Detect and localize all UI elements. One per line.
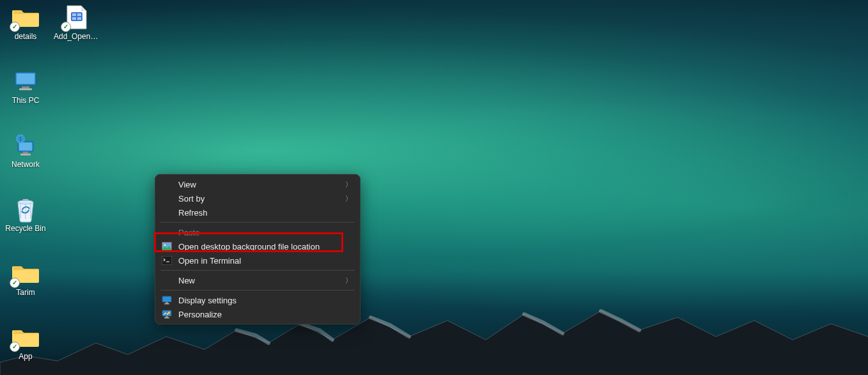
context-item-label: Open in Terminal [178, 256, 352, 266]
sync-badge-icon [61, 22, 71, 32]
desktop-wallpaper[interactable] [0, 0, 868, 375]
context-item-sort-by[interactable]: Sort by 〉 [155, 191, 360, 205]
context-item-view[interactable]: View 〉 [155, 177, 360, 191]
context-item-open-terminal[interactable]: Open in Terminal [155, 253, 360, 267]
desktop-icon-this-pc[interactable]: This PC [1, 65, 50, 118]
display-icon [160, 294, 173, 307]
personalize-icon [160, 308, 173, 321]
terminal-icon [160, 254, 173, 267]
desktop-icon-label: Tarim [16, 288, 35, 297]
svg-rect-20 [166, 302, 168, 303]
svg-rect-24 [164, 317, 169, 319]
context-item-refresh[interactable]: Refresh [155, 205, 360, 219]
desktop-icon-label: This PC [12, 96, 40, 105]
desktop-context-menu: View 〉 Sort by 〉 Refresh Paste Open desk… [155, 174, 360, 324]
desktop-icons-area: details Add_Open_... [0, 0, 104, 374]
svg-rect-19 [162, 296, 171, 302]
svg-rect-10 [19, 143, 32, 150]
svg-point-17 [164, 244, 166, 246]
svg-rect-7 [22, 86, 29, 88]
chevron-right-icon: 〉 [345, 194, 352, 203]
context-item-label: Personalize [178, 310, 352, 319]
recycle-bin-icon [14, 196, 37, 223]
pc-icon [13, 70, 38, 93]
context-item-display-settings[interactable]: Display settings [155, 293, 360, 307]
desktop-icon-recycle-bin[interactable]: Recycle Bin [1, 193, 50, 246]
svg-rect-1 [72, 13, 76, 16]
svg-rect-6 [17, 74, 35, 84]
svg-rect-8 [19, 88, 32, 90]
svg-rect-12 [20, 154, 31, 156]
svg-rect-11 [23, 152, 28, 154]
context-item-label: Display settings [178, 296, 352, 305]
desktop-icon-label: Network [12, 160, 40, 169]
svg-rect-18 [162, 256, 172, 265]
desktop-icon-details[interactable]: details [1, 1, 50, 54]
svg-rect-23 [166, 316, 168, 317]
image-icon [160, 240, 173, 253]
svg-rect-21 [164, 303, 169, 305]
context-item-label: Open desktop background file location [178, 242, 352, 251]
desktop-icon-tarim[interactable]: Tarim [1, 257, 50, 310]
context-item-label: Paste [178, 228, 352, 237]
desktop-icon-network[interactable]: Network [1, 129, 50, 182]
sync-badge-icon [10, 22, 20, 32]
sync-badge-icon [10, 342, 20, 352]
desktop-icon-label: Recycle Bin [5, 224, 45, 233]
context-separator [160, 290, 355, 291]
chevron-right-icon: 〉 [345, 276, 352, 285]
context-item-personalize[interactable]: Personalize [155, 307, 360, 321]
svg-rect-2 [77, 13, 81, 16]
desktop-icon-label: details [15, 32, 37, 41]
svg-rect-3 [72, 17, 76, 20]
context-item-new[interactable]: New 〉 [155, 273, 360, 287]
desktop-icon-app[interactable]: App [1, 321, 50, 374]
sync-badge-icon [10, 278, 20, 288]
desktop-icon-label: Add_Open_... [54, 32, 100, 41]
desktop-icon-label: App [19, 352, 32, 361]
context-separator [160, 222, 355, 223]
context-item-label: Refresh [178, 208, 352, 218]
context-separator [160, 270, 355, 271]
network-icon [12, 132, 40, 158]
svg-rect-4 [77, 17, 81, 20]
context-item-open-bg-location[interactable]: Open desktop background file location [155, 239, 360, 253]
context-item-label: Sort by [178, 194, 345, 203]
chevron-right-icon: 〉 [345, 180, 352, 189]
context-item-paste: Paste [155, 225, 360, 239]
context-item-label: View [178, 180, 345, 189]
desktop-icon-add-open[interactable]: Add_Open_... [52, 1, 101, 54]
context-item-label: New [178, 276, 345, 285]
